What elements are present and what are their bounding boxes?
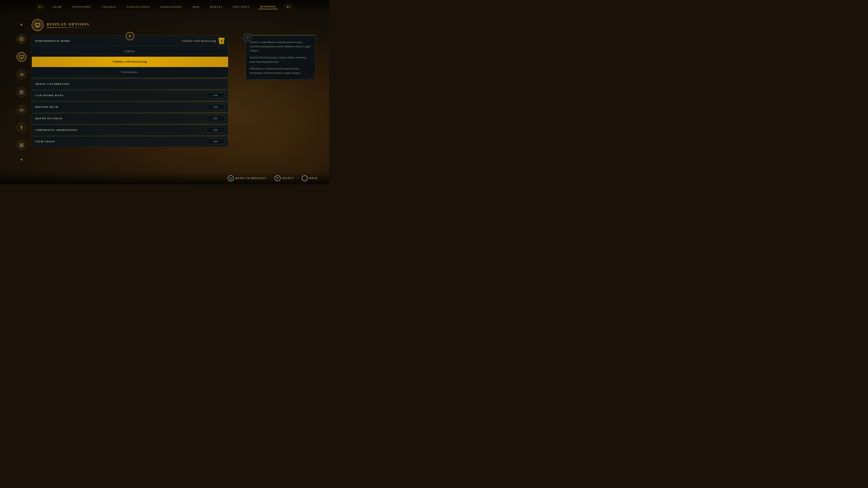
cap-frame-rate-row[interactable]: CAP FRAME RATE ON [32, 90, 228, 101]
sidebar-icon-sound[interactable] [17, 70, 26, 79]
nav-item-collections[interactable]: COLLECTIONS [125, 4, 152, 9]
svg-point-13 [21, 126, 22, 127]
chromatic-aberration-toggle[interactable]: ON [207, 127, 225, 133]
performance-mode-value-container: Fidelity with Raytracing ▼ [182, 38, 225, 44]
chromatic-aberration-label: CHROMATIC ABERRATION [35, 129, 207, 131]
sidebar-icon-gear[interactable] [17, 88, 26, 97]
back-label: BACK [309, 177, 318, 180]
chromatic-aberration-row[interactable]: CHROMATIC ABERRATION ON [32, 125, 228, 135]
svg-rect-4 [20, 55, 24, 58]
image-calibration-label: IMAGE CALIBRATION [35, 83, 225, 85]
performance-mode-dropdown: Fidelity Fidelity with Raytracing Perfor… [32, 46, 228, 78]
svg-rect-25 [36, 24, 39, 26]
puzzle-svg-icon [19, 143, 24, 148]
svg-point-12 [22, 110, 23, 110]
nav-item-map[interactable]: MAP [191, 4, 202, 9]
info-panel: Fidelity: A high-fidelity rendering mode… [246, 35, 315, 80]
circle-button: ○ [302, 175, 308, 181]
svg-point-11 [22, 109, 23, 110]
option-fidelity-raytracing[interactable]: Fidelity with Raytracing [32, 57, 228, 67]
svg-line-17 [22, 128, 22, 130]
section-icon [32, 19, 43, 31]
sound-svg-icon [19, 72, 24, 77]
section-header: DISPLAY OPTIONS [32, 19, 228, 31]
svg-point-27 [247, 36, 248, 37]
back-action[interactable]: ○ BACK [302, 175, 318, 181]
info-panel-svg-icon [246, 35, 250, 39]
main-content: DISPLAY OPTIONS PERFORMANCE MODE Fidelit… [32, 19, 228, 148]
nav-item-quests[interactable]: QUESTS [208, 4, 224, 9]
nav-item-gear[interactable]: GEAR [51, 4, 64, 9]
sidebar: ▲ [16, 23, 27, 162]
option-performance[interactable]: Performance [32, 67, 228, 77]
controller-svg-icon [19, 107, 24, 112]
sidebar-icon-puzzle[interactable] [17, 140, 26, 150]
motion-blur-toggle[interactable]: ON [207, 104, 225, 110]
bottom-bar: △ RESET TO DEFAULTS ✕ SELECT ○ BACK [0, 172, 329, 184]
display-svg-icon [19, 55, 24, 59]
l1-button[interactable]: L1 [37, 4, 44, 9]
dropdown-arrow-icon[interactable]: ▼ [218, 38, 225, 44]
gear-svg-icon [19, 90, 24, 95]
disc-svg-icon [19, 37, 24, 41]
svg-rect-21 [22, 145, 23, 147]
sidebar-up-arrow[interactable]: ▲ [20, 23, 23, 26]
display-options-icon [34, 22, 41, 28]
nav-item-talents[interactable]: TALENTS [100, 4, 118, 9]
sidebar-icon-accessibility[interactable] [17, 123, 26, 132]
info-panel-icon [243, 33, 252, 41]
nav-item-challenges[interactable]: CHALLENGES [159, 4, 184, 9]
svg-point-1 [21, 38, 22, 40]
section-underline [47, 27, 92, 28]
info-box-bottom-corner [307, 71, 313, 78]
performance-mode-label: PERFORMANCE MODE [35, 39, 182, 42]
sidebar-icon-controller[interactable] [17, 105, 26, 115]
svg-rect-20 [20, 145, 21, 147]
depth-of-field-toggle[interactable]: ON [207, 116, 225, 121]
select-label: SELECT [282, 177, 294, 180]
triangle-button: △ [228, 175, 234, 181]
film-grain-label: FILM GRAIN [35, 140, 207, 143]
image-calibration-row[interactable]: IMAGE CALIBRATION [32, 78, 228, 89]
depth-of-field-row[interactable]: DEPTH OF FIELD ON [32, 113, 228, 124]
svg-rect-19 [22, 143, 23, 145]
sidebar-icon-display[interactable] [17, 52, 26, 62]
info-paragraph-3: Performance: A high-framerate mode favor… [250, 66, 311, 75]
reset-to-defaults-label: RESET TO DEFAULTS [236, 177, 267, 180]
select-action[interactable]: ✕ SELECT [275, 175, 294, 181]
info-paragraph-1: Fidelity: A high-fidelity rendering mode… [250, 40, 311, 53]
motion-blur-label: MOTION BLUR [35, 105, 207, 108]
accessibility-svg-icon [19, 125, 24, 130]
info-box: Fidelity: A high-fidelity rendering mode… [246, 35, 315, 80]
section-title-container: DISPLAY OPTIONS [47, 22, 92, 28]
depth-of-field-label: DEPTH OF FIELD [35, 117, 207, 120]
performance-mode-value: Fidelity with Raytracing [182, 39, 216, 43]
cross-button: ✕ [275, 175, 281, 181]
info-paragraph-2: Fidelity With Raytracing: A higher-fidel… [250, 55, 311, 64]
svg-rect-22 [35, 23, 40, 26]
section-title: DISPLAY OPTIONS [47, 22, 92, 26]
sidebar-icon-disc[interactable] [17, 34, 26, 44]
nav-item-settings[interactable]: SETTINGS [258, 4, 278, 9]
svg-rect-18 [20, 143, 21, 145]
info-text: Fidelity: A high-fidelity rendering mode… [250, 40, 311, 75]
nav-item-owlpost[interactable]: OWL POST [231, 4, 252, 9]
r1-button[interactable]: R1 [285, 4, 292, 9]
cap-frame-rate-toggle[interactable]: ON [207, 92, 225, 98]
film-grain-row[interactable]: FILM GRAIN ON [32, 136, 228, 147]
cap-frame-rate-label: CAP FRAME RATE [35, 94, 207, 97]
svg-marker-7 [20, 73, 22, 76]
top-navigation: L1 GEAR INVENTORY TALENTS COLLECTIONS CH… [0, 0, 329, 13]
option-fidelity[interactable]: Fidelity [32, 46, 228, 57]
film-grain-toggle[interactable]: ON [207, 138, 225, 144]
nav-item-inventory[interactable]: INVENTORY [70, 4, 93, 9]
reset-to-defaults-action[interactable]: △ RESET TO DEFAULTS [228, 175, 267, 181]
motion-blur-row[interactable]: MOTION BLUR ON [32, 101, 228, 112]
svg-point-8 [21, 92, 22, 93]
scroll-indicator [126, 32, 134, 40]
sidebar-down-arrow[interactable]: ▼ [20, 158, 23, 162]
svg-line-16 [21, 128, 22, 130]
